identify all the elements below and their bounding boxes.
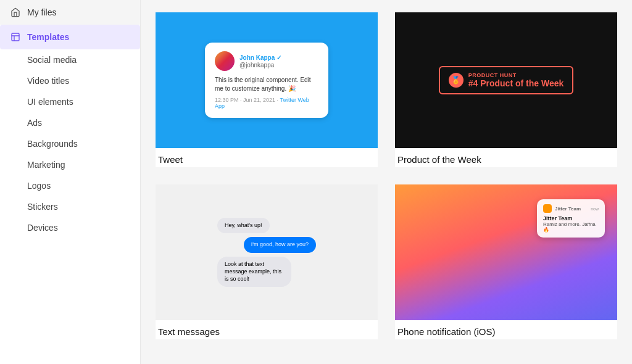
notif-app-name: Jitter Team: [555, 206, 581, 212]
tweet-preview: John Kappa ✓ @johnkappa This is the orig…: [205, 43, 328, 118]
sidebar-sub-item-label: Stickers: [27, 202, 58, 212]
template-icon: [10, 31, 21, 43]
tweet-name: John Kappa ✓: [239, 54, 281, 62]
phonenotification-thumbnail: Jitter Team now Jitter Team Ramiz and mo…: [395, 184, 617, 320]
sidebar-item-label: My files: [27, 7, 56, 17]
sidebar-item-ui-elements[interactable]: UI elements: [0, 91, 140, 112]
tweet-avatar: [215, 51, 235, 71]
tweet-meta: 12:30 PM · Jun 21, 2021 · Twitter Web Ap…: [215, 97, 318, 109]
sidebar-sub-item-label: Social media: [27, 55, 77, 65]
template-card-tweet[interactable]: John Kappa ✓ @johnkappa This is the orig…: [156, 12, 378, 167]
textmessages-thumbnail: Hey, what's up! I'm good, how are you? L…: [156, 184, 378, 320]
templates-grid: John Kappa ✓ @johnkappa This is the orig…: [156, 12, 617, 339]
sidebar-item-video-titles[interactable]: Video titles: [0, 70, 140, 91]
messages-container: Hey, what's up! I'm good, how are you? L…: [217, 218, 316, 287]
template-card-producthunt[interactable]: 🏅 Product Hunt #4 Product of the Week Pr…: [395, 12, 617, 167]
notif-app-icon: [543, 204, 552, 213]
tweet-card-label: Tweet: [156, 148, 378, 167]
sidebar-item-ads[interactable]: Ads: [0, 112, 140, 133]
textmessages-card-label: Text messages: [156, 320, 378, 339]
sidebar-item-social-media[interactable]: Social media: [0, 49, 140, 70]
sidebar-item-my-files[interactable]: My files: [0, 0, 140, 25]
sidebar-sub-item-label: Video titles: [27, 76, 69, 86]
svg-rect-0: [12, 33, 19, 41]
template-card-phonenotification[interactable]: Jitter Team now Jitter Team Ramiz and mo…: [395, 184, 617, 339]
msg-bubble-2: I'm good, how are you?: [244, 237, 316, 253]
msg-bubble-3: Look at that text message example, this …: [217, 257, 291, 287]
tweet-text: This is the original component. Edit me …: [215, 76, 318, 93]
main-content: John Kappa ✓ @johnkappa This is the orig…: [141, 0, 632, 364]
sidebar-sub-item-label: UI elements: [27, 97, 73, 107]
notification-card: Jitter Team now Jitter Team Ramiz and mo…: [537, 199, 605, 238]
sidebar-item-templates[interactable]: Templates: [0, 25, 140, 49]
producthunt-thumbnail: 🏅 Product Hunt #4 Product of the Week: [395, 12, 617, 148]
notif-body: Ramiz and more. Jaffna 🔥: [543, 221, 599, 233]
sidebar-item-label: Templates: [27, 32, 69, 42]
ph-icon: 🏅: [449, 73, 464, 88]
sidebar-sub-item-label: Marketing: [27, 160, 65, 170]
ph-badge: 🏅 Product Hunt #4 Product of the Week: [439, 66, 574, 94]
home-icon: [10, 7, 21, 18]
phonenotification-card-label: Phone notification (iOS): [395, 320, 617, 339]
sidebar-item-marketing[interactable]: Marketing: [0, 154, 140, 175]
template-card-textmessages[interactable]: Hey, what's up! I'm good, how are you? L…: [156, 184, 378, 339]
sidebar-item-backgrounds[interactable]: Backgrounds: [0, 133, 140, 154]
ph-large-text: #4 Product of the Week: [468, 78, 564, 88]
sidebar-item-devices[interactable]: Devices: [0, 217, 140, 238]
producthunt-card-label: Product of the Week: [395, 148, 617, 167]
notif-title: Jitter Team: [543, 215, 599, 221]
sidebar-item-stickers[interactable]: Stickers: [0, 196, 140, 217]
sidebar-sub-item-label: Backgrounds: [27, 139, 78, 149]
ph-small-text: Product Hunt: [468, 72, 564, 78]
sidebar-sub-item-label: Ads: [27, 118, 42, 128]
tweet-thumbnail: John Kappa ✓ @johnkappa This is the orig…: [156, 12, 378, 148]
sidebar-sub-item-label: Devices: [27, 223, 58, 233]
notif-time: now: [591, 207, 599, 211]
sidebar-item-logos[interactable]: Logos: [0, 175, 140, 196]
tweet-handle: @johnkappa: [239, 62, 281, 68]
sidebar-sub-item-label: Logos: [27, 181, 51, 191]
msg-bubble-1: Hey, what's up!: [217, 218, 270, 234]
sidebar: My files Templates Social media Video ti…: [0, 0, 141, 364]
